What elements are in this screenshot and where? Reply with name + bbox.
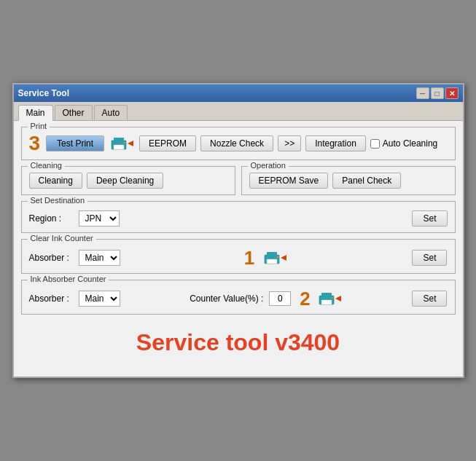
tab-other[interactable]: Other [55, 105, 93, 120]
minimize-button[interactable]: ─ [416, 87, 429, 99]
cleaning-button[interactable]: Cleaning [29, 173, 82, 189]
svg-rect-6 [267, 259, 277, 264]
clear-ink-absorber-select[interactable]: Main Sub [79, 250, 120, 266]
cleaning-section-row: Cleaning Deep Cleaning [29, 173, 227, 189]
auto-cleaning-checkbox[interactable] [370, 139, 380, 149]
panel-check-button[interactable]: Panel Check [332, 173, 401, 189]
set-destination-button[interactable]: Set [412, 210, 447, 226]
ink-absorber-label: Ink Absorber Counter [28, 275, 109, 283]
svg-rect-9 [321, 293, 332, 298]
print-section-row: 3 Test Print EEPROM Nozzle Check >> Inte… [29, 133, 448, 154]
ink-absorber-set-button[interactable]: Set [412, 291, 447, 307]
main-title: Service tool v3400 [21, 329, 456, 356]
number-1-badge: 1 [244, 248, 254, 267]
cleaning-section-label: Cleaning [28, 161, 65, 170]
clear-ink-section: Clear Ink Counter Absorber : Main Sub 1 [21, 239, 456, 274]
auto-cleaning-checkbox-label[interactable]: Auto Cleaning [370, 138, 437, 149]
printer-icon-1 [109, 135, 135, 152]
region-label: Region : [29, 213, 73, 224]
deep-cleaning-button[interactable]: Deep Cleaning [87, 173, 163, 189]
printer-icon-3 [316, 290, 343, 307]
counter-value-input[interactable] [269, 291, 291, 306]
set-destination-section: Set Destination Region : JPN USA EUR Set [21, 201, 456, 233]
svg-rect-1 [114, 138, 124, 143]
ink-absorber-select[interactable]: Main Sub [79, 291, 120, 307]
window-title: Service Tool [18, 88, 69, 98]
tab-main[interactable]: Main [18, 105, 53, 121]
operation-section: Operation EEPROM Save Panel Check [241, 166, 456, 195]
operation-section-label: Operation [248, 161, 289, 170]
nozzle-check-button[interactable]: Nozzle Check [200, 135, 273, 151]
svg-rect-10 [321, 300, 332, 304]
number-3-badge: 3 [29, 133, 41, 154]
operation-section-row: EEPROM Save Panel Check [249, 173, 448, 189]
tab-auto[interactable]: Auto [94, 105, 128, 120]
eeprom-save-button[interactable]: EEPROM Save [249, 173, 329, 189]
svg-point-3 [124, 142, 125, 143]
title-bar: Service Tool ─ □ ✕ [14, 84, 463, 102]
cleaning-section: Cleaning Cleaning Deep Cleaning [21, 166, 235, 195]
set-destination-row: Region : JPN USA EUR Set [29, 210, 448, 226]
printer-icon-2 [262, 249, 288, 267]
clear-ink-absorber-label: Absorber : [29, 253, 73, 263]
eeprom-button[interactable]: EEPROM [139, 135, 196, 151]
set-destination-label: Set Destination [28, 196, 88, 205]
svg-point-7 [277, 256, 278, 258]
svg-rect-2 [114, 145, 124, 149]
print-section: Print 3 Test Print EEPROM Nozzle Check [21, 127, 456, 160]
arrow-button[interactable]: >> [278, 135, 301, 151]
test-print-button[interactable]: Test Print [46, 135, 104, 151]
main-window: Service Tool ─ □ ✕ Main Other Auto brali… [12, 83, 464, 378]
close-button[interactable]: ✕ [445, 87, 459, 99]
clear-ink-row: Absorber : Main Sub 1 Set [29, 248, 448, 267]
clear-ink-label: Clear Ink Counter [28, 234, 96, 243]
ink-absorber-section: Ink Absorber Counter Absorber : Main Sub… [21, 280, 456, 315]
number-2-badge: 2 [300, 289, 310, 308]
maximize-button[interactable]: □ [431, 87, 444, 99]
tab-content-main: Print 3 Test Print EEPROM Nozzle Check [14, 121, 463, 377]
counter-value-label: Counter Value(%) : [190, 293, 263, 304]
title-bar-buttons: ─ □ ✕ [416, 87, 459, 99]
print-section-label: Print [28, 122, 50, 130]
ink-absorber-row: Absorber : Main Sub Counter Value(%) : 2 [29, 289, 448, 308]
svg-rect-5 [267, 252, 277, 257]
integration-button[interactable]: Integration [305, 135, 366, 151]
region-select[interactable]: JPN USA EUR [79, 210, 120, 226]
auto-cleaning-label: Auto Cleaning [383, 138, 437, 149]
svg-point-11 [332, 297, 333, 299]
clear-ink-set-button[interactable]: Set [412, 250, 447, 266]
tab-bar: Main Other Auto bralingkomputer.blogspot… [14, 102, 463, 121]
ink-absorber-absorber-label: Absorber : [29, 293, 73, 304]
